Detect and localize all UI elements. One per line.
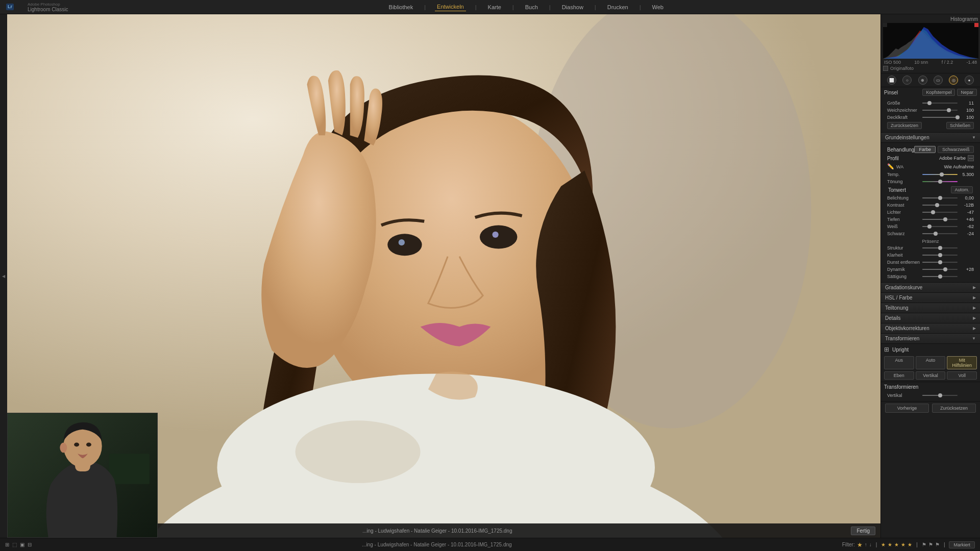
dynamik-slider-row: Dynamik +28	[884, 266, 977, 273]
vertikal-track[interactable]	[922, 395, 958, 396]
filter-separator: |	[876, 542, 877, 547]
app-subname: Lightroom Classic	[28, 7, 68, 12]
filter-star-icon[interactable]: ★	[857, 541, 863, 548]
aus-btn[interactable]: Aus	[884, 356, 914, 369]
eyedropper-icon[interactable]: ✏️	[887, 163, 894, 170]
vorherige-btn[interactable]: Vorherige	[885, 404, 929, 413]
nav-bibliothek[interactable]: Bibliothek	[387, 3, 415, 11]
nav-karte[interactable]: Karte	[486, 3, 503, 11]
auto-btn[interactable]: Auto	[916, 356, 946, 369]
filter-sort-asc[interactable]: ↑	[865, 542, 867, 547]
temp-track[interactable]	[922, 174, 958, 175]
grundeinstellungen-arrow: ▼	[972, 135, 976, 140]
nav-diashow[interactable]: Diashow	[560, 3, 585, 11]
toenung-track[interactable]	[922, 181, 958, 182]
nav-web[interactable]: Web	[650, 3, 666, 11]
lichter-track[interactable]	[922, 212, 958, 213]
histogram-title: Histogramm	[883, 16, 978, 22]
pinsel-section: Pinsel Kopfstempel Nepar Größe 11	[881, 87, 980, 133]
flag-star-3[interactable]: ⚑	[935, 542, 940, 547]
voll-btn[interactable]: Voll	[947, 371, 977, 380]
autom-btn[interactable]: Autom.	[951, 186, 973, 193]
crop-tool-btn[interactable]: ⬜	[887, 76, 896, 85]
gradationskurve-header[interactable]: Gradationskurve ▶	[881, 283, 980, 293]
farbe-btn[interactable]: Farbe	[914, 146, 936, 153]
schwarz-track[interactable]	[922, 233, 958, 234]
tiefen-label: Tiefen	[887, 217, 920, 222]
nav-buch[interactable]: Buch	[523, 3, 540, 11]
redeye-tool-btn[interactable]: ⊕	[918, 76, 927, 85]
weich-value: 100	[960, 108, 974, 113]
zuruecksetzen-small-btn[interactable]: Zurücksetzen	[887, 122, 922, 129]
belichtung-track[interactable]	[922, 197, 958, 198]
objektivkorrekturen-header[interactable]: Objektivkorrekturen ▶	[881, 323, 980, 334]
weiss-label: Weiß	[887, 224, 920, 229]
fertig-button[interactable]: Fertig	[851, 527, 875, 535]
weiss-value: -62	[960, 224, 974, 229]
vertikal-btn[interactable]: Vertikal	[916, 371, 946, 380]
mitHilfslinien-btn[interactable]: Mit Hilfslinien	[947, 356, 977, 369]
spot-tool-btn[interactable]: ○	[902, 76, 912, 85]
eben-btn[interactable]: Eben	[884, 371, 914, 380]
transformieren-header[interactable]: Transformieren ▼	[881, 334, 980, 344]
struktur-track[interactable]	[922, 247, 958, 248]
upright-section: ⊞ Upright Aus Auto Mit Hilfslinien Eben …	[881, 344, 980, 382]
loupe-view-icon[interactable]: ⬚	[12, 542, 17, 547]
grid-view-icon[interactable]: ⊞	[5, 542, 9, 547]
nav-drucken[interactable]: Drucken	[605, 3, 630, 11]
svg-rect-12	[109, 454, 150, 484]
bottom-bar-center: ...ing - Ludwigshafen - Natalie Geiger -…	[36, 542, 838, 547]
clipping-icon[interactable]	[883, 66, 888, 71]
tiefen-track[interactable]	[922, 219, 958, 220]
markiert-btn[interactable]: Markiert	[949, 541, 975, 548]
transformieren-title: Transformieren	[885, 336, 919, 341]
rating-star-4[interactable]: ★	[901, 542, 905, 547]
hsl-header[interactable]: HSL / Farbe ▶	[881, 293, 980, 303]
groesse-track[interactable]	[922, 103, 958, 104]
flag-star-1[interactable]: ⚑	[922, 542, 926, 547]
teiltonung-header[interactable]: Teiltonung ▶	[881, 303, 980, 313]
top-nav-bar: Lr Adobe Photoshop Lightroom Classic Bib…	[0, 0, 980, 14]
kopfstempel-btn[interactable]: Kopfstempel	[922, 89, 955, 96]
filter-sort-desc[interactable]: ↓	[869, 542, 872, 547]
grundeinstellungen-header[interactable]: Grundeinstellungen ▼	[881, 133, 980, 143]
svg-point-6	[387, 234, 422, 256]
zuruecksetzen-btn[interactable]: Zurücksetzen	[932, 404, 976, 413]
flag-star-2[interactable]: ⚑	[928, 542, 933, 547]
nepar-btn[interactable]: Nepar	[957, 89, 977, 96]
survey-icon[interactable]: ⊟	[28, 542, 32, 547]
klarheit-track[interactable]	[922, 255, 958, 256]
pinsel-sliders: Größe 11 Weichzeichner 100	[881, 97, 980, 132]
rating-star-2[interactable]: ★	[888, 542, 892, 547]
gradient-filter-btn[interactable]: ▭	[934, 76, 943, 85]
compare-icon[interactable]: ▣	[20, 542, 24, 547]
deck-track[interactable]	[922, 117, 958, 118]
saettigung-track[interactable]	[922, 276, 958, 277]
schwarz-value: -24	[960, 231, 974, 236]
main-area: ◀	[0, 14, 980, 538]
rating-star-1[interactable]: ★	[881, 542, 886, 547]
teiltonung-title: Teiltonung	[885, 305, 909, 311]
details-header[interactable]: Details ▶	[881, 313, 980, 323]
kontrast-track[interactable]	[922, 205, 958, 206]
brush-tool-btn[interactable]: ●	[965, 76, 974, 85]
left-panel-toggle[interactable]: ◀	[0, 14, 7, 538]
rating-star-5[interactable]: ★	[908, 542, 912, 547]
grundeinstellungen-body: Behandlung Farbe Schwarzweiß Profil Adob…	[881, 143, 980, 282]
rating-star-3[interactable]: ★	[894, 542, 899, 547]
radial-filter-btn[interactable]: ◎	[949, 76, 958, 85]
schwarzweiss-btn[interactable]: Schwarzweiß	[938, 146, 974, 153]
dynamik-track[interactable]	[922, 269, 958, 270]
upright-buttons-row1: Aus Auto Mit Hilfslinien	[884, 356, 977, 369]
dunst-track[interactable]	[922, 262, 958, 263]
weiss-track[interactable]	[922, 226, 958, 227]
svg-point-16	[74, 443, 79, 447]
teiltonung-arrow: ▶	[973, 306, 976, 310]
belichtung-label: Belichtung	[887, 195, 920, 201]
tool-strip: ⬜ ○ ⊕ ▭ ◎ ●	[881, 73, 980, 87]
schliessen-btn[interactable]: Schließen	[946, 122, 974, 129]
kontrast-label: Kontrast	[887, 203, 920, 208]
weich-track[interactable]	[922, 110, 958, 111]
profil-browse-btn[interactable]: ⋯	[968, 155, 974, 161]
nav-entwickeln[interactable]: Entwickeln	[435, 3, 466, 11]
